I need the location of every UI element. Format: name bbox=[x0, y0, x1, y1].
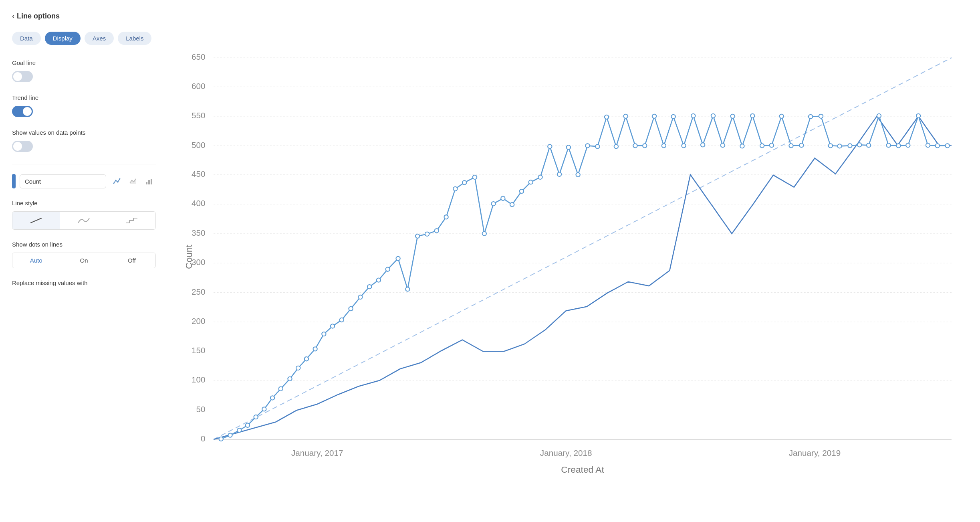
svg-point-99 bbox=[730, 114, 734, 118]
svg-point-67 bbox=[425, 232, 429, 236]
svg-rect-6 bbox=[148, 180, 150, 184]
goal-line-label: Goal line bbox=[12, 59, 156, 66]
divider-1 bbox=[12, 164, 156, 164]
svg-point-109 bbox=[829, 144, 833, 148]
trend-line-section: Trend line bbox=[12, 94, 156, 117]
line-style-curved[interactable] bbox=[60, 212, 108, 229]
svg-point-121 bbox=[945, 144, 949, 148]
svg-text:January, 2017: January, 2017 bbox=[291, 448, 343, 457]
tab-display[interactable]: Display bbox=[45, 32, 81, 45]
line-style-step[interactable] bbox=[108, 212, 155, 229]
svg-point-77 bbox=[520, 189, 524, 193]
svg-point-50 bbox=[270, 396, 274, 400]
svg-point-69 bbox=[444, 215, 448, 219]
svg-point-106 bbox=[799, 143, 803, 147]
svg-point-94 bbox=[682, 144, 686, 148]
svg-rect-7 bbox=[151, 179, 152, 184]
svg-point-90 bbox=[643, 144, 647, 148]
svg-point-112 bbox=[857, 143, 861, 147]
svg-text:500: 500 bbox=[192, 140, 206, 150]
tab-axes[interactable]: Axes bbox=[85, 32, 114, 45]
svg-point-97 bbox=[711, 114, 715, 118]
svg-point-107 bbox=[809, 115, 813, 119]
svg-point-55 bbox=[313, 347, 317, 351]
svg-line-8 bbox=[30, 218, 42, 223]
svg-point-81 bbox=[557, 172, 561, 176]
svg-point-83 bbox=[576, 173, 580, 177]
svg-point-114 bbox=[877, 114, 881, 118]
svg-point-56 bbox=[322, 332, 326, 336]
svg-point-91 bbox=[652, 114, 656, 118]
svg-point-82 bbox=[567, 145, 571, 149]
svg-point-73 bbox=[482, 232, 486, 236]
svg-text:200: 200 bbox=[192, 316, 206, 326]
svg-line-43 bbox=[214, 58, 952, 439]
svg-point-95 bbox=[691, 114, 695, 118]
svg-point-72 bbox=[473, 175, 477, 179]
svg-text:Created At: Created At bbox=[561, 464, 604, 475]
svg-text:150: 150 bbox=[192, 346, 206, 355]
dots-on[interactable]: On bbox=[60, 253, 108, 268]
svg-point-92 bbox=[662, 144, 666, 148]
trend-line-label: Trend line bbox=[12, 94, 156, 101]
svg-point-120 bbox=[936, 144, 940, 148]
svg-point-64 bbox=[396, 257, 400, 261]
svg-text:600: 600 bbox=[192, 81, 206, 91]
back-button[interactable]: ‹ Line options bbox=[12, 12, 156, 20]
svg-point-80 bbox=[548, 144, 552, 148]
series-color-picker[interactable] bbox=[12, 174, 16, 188]
show-values-toggle[interactable] bbox=[12, 141, 33, 152]
svg-point-47 bbox=[246, 423, 250, 427]
line-style-options bbox=[12, 211, 156, 230]
chart-container: Count 0 50 100 150 200 250 300 350 bbox=[176, 12, 964, 510]
chart-type-icons bbox=[110, 174, 156, 188]
svg-point-88 bbox=[623, 114, 627, 118]
svg-point-68 bbox=[435, 229, 439, 233]
svg-point-84 bbox=[585, 144, 589, 148]
svg-point-79 bbox=[538, 175, 542, 179]
svg-point-115 bbox=[887, 143, 891, 147]
trend-line-toggle[interactable] bbox=[12, 106, 33, 117]
sidebar-title: Line options bbox=[17, 12, 60, 20]
svg-point-51 bbox=[279, 387, 283, 391]
main-content: Count 0 50 100 150 200 250 300 350 bbox=[168, 0, 980, 522]
tab-labels[interactable]: Labels bbox=[118, 32, 151, 45]
bar-chart-icon[interactable] bbox=[142, 174, 156, 188]
svg-point-70 bbox=[453, 187, 457, 191]
svg-point-105 bbox=[789, 144, 793, 148]
area-chart-icon[interactable] bbox=[126, 174, 140, 188]
svg-text:100: 100 bbox=[192, 375, 206, 384]
svg-point-110 bbox=[837, 144, 841, 148]
show-values-section: Show values on data points bbox=[12, 129, 156, 152]
svg-point-108 bbox=[819, 114, 823, 118]
svg-text:650: 650 bbox=[192, 52, 206, 61]
goal-line-toggle[interactable] bbox=[12, 71, 33, 82]
svg-text:400: 400 bbox=[192, 198, 206, 208]
svg-point-103 bbox=[770, 143, 774, 147]
svg-point-89 bbox=[633, 144, 637, 148]
svg-text:550: 550 bbox=[192, 111, 206, 120]
svg-text:January, 2019: January, 2019 bbox=[789, 448, 841, 457]
svg-point-59 bbox=[349, 307, 353, 311]
svg-point-65 bbox=[405, 287, 409, 291]
svg-point-101 bbox=[750, 114, 754, 118]
series-name-input[interactable] bbox=[20, 174, 106, 188]
svg-point-0 bbox=[113, 183, 115, 184]
dots-off[interactable]: Off bbox=[108, 253, 155, 268]
svg-text:450: 450 bbox=[192, 169, 206, 178]
svg-point-78 bbox=[529, 180, 533, 184]
svg-point-86 bbox=[605, 115, 609, 119]
show-dots-label: Show dots on lines bbox=[12, 241, 156, 248]
svg-point-74 bbox=[491, 202, 495, 206]
svg-text:350: 350 bbox=[192, 228, 206, 237]
back-arrow-icon: ‹ bbox=[12, 12, 14, 20]
dots-auto[interactable]: Auto bbox=[12, 253, 60, 268]
line-style-straight[interactable] bbox=[12, 212, 60, 229]
svg-point-63 bbox=[386, 267, 390, 271]
line-chart-icon[interactable] bbox=[110, 174, 124, 188]
sidebar: ‹ Line options Data Display Axes Labels … bbox=[0, 0, 168, 522]
svg-point-60 bbox=[358, 295, 362, 299]
show-dots-section: Show dots on lines Auto On Off bbox=[12, 241, 156, 268]
tab-data[interactable]: Data bbox=[12, 32, 41, 45]
svg-point-1 bbox=[115, 180, 117, 181]
